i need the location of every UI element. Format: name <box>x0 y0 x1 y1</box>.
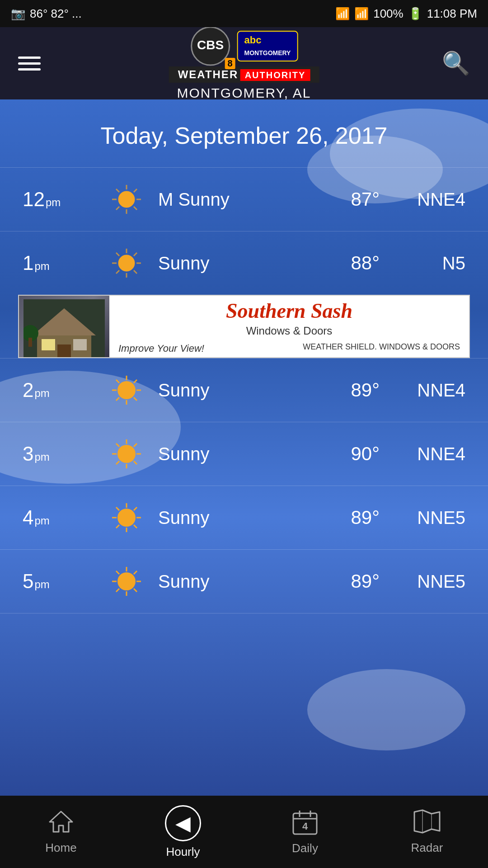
wind-text: NNE5 <box>393 508 465 528</box>
temp-text: 89° <box>321 571 380 592</box>
menu-line-3 <box>18 68 41 71</box>
hourly-row: 12PM M Sunny <box>0 167 488 231</box>
sun-svg <box>110 183 143 216</box>
date-header: Today, September 26, 2017 <box>0 99 488 167</box>
temp-text: 88° <box>321 252 380 274</box>
hour-number: 12 <box>23 188 45 211</box>
svg-line-61 <box>134 589 137 592</box>
hour-ampm: PM <box>46 196 61 209</box>
sun-svg <box>110 374 143 406</box>
svg-point-46 <box>117 509 136 527</box>
ad-house-image <box>19 295 109 358</box>
svg-point-55 <box>117 572 136 590</box>
hourly-row: 4PM Sunny 89 <box>0 486 488 549</box>
weather-icon <box>108 372 145 408</box>
condition-text: Sunny <box>158 508 321 528</box>
svg-point-11 <box>118 255 135 271</box>
temp-text: 90° <box>321 443 380 465</box>
status-right: 📶 📶 100% 🔋 11:08 PM <box>335 7 477 21</box>
abc-logo: abcMONTGOMERY <box>237 31 298 61</box>
condition-text: Sunny <box>158 571 321 592</box>
hourly-row: 2PM Sunny 89 <box>0 358 488 422</box>
daily-calendar-icon: 4 <box>291 809 319 836</box>
svg-line-19 <box>116 270 119 274</box>
daily-icon-wrap: 4 <box>291 809 319 838</box>
svg-line-43 <box>134 461 137 464</box>
nav-radar[interactable]: Radar <box>366 796 488 868</box>
svg-line-52 <box>134 525 137 528</box>
hour-time: 2PM <box>23 379 95 401</box>
hourly-icon: ◀ <box>165 805 201 841</box>
menu-line-2 <box>18 62 41 65</box>
wind-text: NNE4 <box>393 380 465 401</box>
ad-logo: WEATHER SHIELD. WINDOWS & DOORS <box>303 342 460 352</box>
app-logo: CBS 8 abcMONTGOMERY WEATHER AUTHORITY MO… <box>169 26 319 101</box>
svg-line-45 <box>116 461 119 464</box>
hour-ampm: PM <box>34 387 49 400</box>
status-bar: 📷 86° 82° ... 📶 📶 100% 🔋 11:08 PM <box>0 0 488 27</box>
svg-line-63 <box>116 589 119 592</box>
menu-line-1 <box>18 57 41 59</box>
hour-time: 12PM <box>23 188 95 211</box>
sun-svg <box>110 501 143 534</box>
hourly-row: 5PM Sunny 89 <box>0 549 488 613</box>
main-content: Today, September 26, 2017 12PM <box>0 99 488 796</box>
cbs-logo: CBS 8 <box>190 26 231 66</box>
wifi-icon: 📶 <box>335 7 350 21</box>
svg-text:4: 4 <box>302 821 308 832</box>
nav-daily[interactable]: 4 Daily <box>244 796 366 868</box>
nav-hourly[interactable]: ◀ Hourly <box>122 796 244 868</box>
sun-svg <box>110 247 143 279</box>
app-header: CBS 8 abcMONTGOMERY WEATHER AUTHORITY MO… <box>0 27 488 99</box>
svg-rect-27 <box>28 338 32 347</box>
svg-line-53 <box>134 507 137 510</box>
svg-text:CBS: CBS <box>197 38 224 52</box>
logo-title: WEATHER AUTHORITY <box>169 66 319 83</box>
status-left: 📷 86° 82° ... <box>11 7 82 21</box>
svg-line-36 <box>116 397 119 401</box>
svg-line-10 <box>116 207 119 210</box>
search-button[interactable]: 🔍 <box>442 50 470 76</box>
svg-line-33 <box>116 380 119 383</box>
sun-svg <box>110 565 143 598</box>
svg-line-44 <box>134 443 137 447</box>
svg-rect-24 <box>73 339 87 350</box>
svg-line-16 <box>116 253 119 256</box>
hour-ampm: PM <box>34 451 49 463</box>
daily-label: Daily <box>292 841 318 855</box>
sun-svg <box>110 438 143 470</box>
svg-line-51 <box>116 507 119 510</box>
condition-text: Sunny <box>158 253 321 274</box>
hourly-row: 3PM Sunny 90 <box>0 422 488 486</box>
wind-text: NNE4 <box>393 444 465 464</box>
menu-button[interactable] <box>18 57 41 71</box>
ad-subtitle: Windows & Doors <box>246 325 333 337</box>
svg-rect-25 <box>57 344 71 358</box>
status-temp: 86° 82° ... <box>30 7 82 21</box>
condition-text: Sunny <box>158 444 321 464</box>
svg-line-62 <box>134 571 137 574</box>
hour-ampm: PM <box>34 514 49 527</box>
ad-title: Southern Sash <box>226 299 352 323</box>
svg-marker-64 <box>50 811 72 832</box>
svg-line-9 <box>134 189 137 192</box>
hour-ampm: PM <box>34 260 49 273</box>
hourly-label: Hourly <box>166 845 200 859</box>
cloud-4 <box>307 669 465 750</box>
radar-icon <box>413 809 441 837</box>
nav-home[interactable]: Home <box>0 796 122 868</box>
ad-text-area: Southern Sash Windows & Doors Improve Yo… <box>109 295 469 358</box>
svg-point-2 <box>118 191 135 208</box>
weather-text: WEATHER <box>178 68 239 80</box>
hour-number: 2 <box>23 379 33 401</box>
svg-point-28 <box>117 381 136 399</box>
svg-line-34 <box>134 397 137 401</box>
hour-time: 3PM <box>23 443 95 465</box>
home-label: Home <box>45 841 76 855</box>
ad-banner[interactable]: Southern Sash Windows & Doors Improve Yo… <box>18 295 470 358</box>
svg-marker-70 <box>414 810 440 833</box>
logo-badge: CBS 8 abcMONTGOMERY <box>190 26 298 66</box>
hour-number: 4 <box>23 506 33 529</box>
condition-text: Sunny <box>158 380 321 401</box>
weather-icon <box>108 181 145 217</box>
